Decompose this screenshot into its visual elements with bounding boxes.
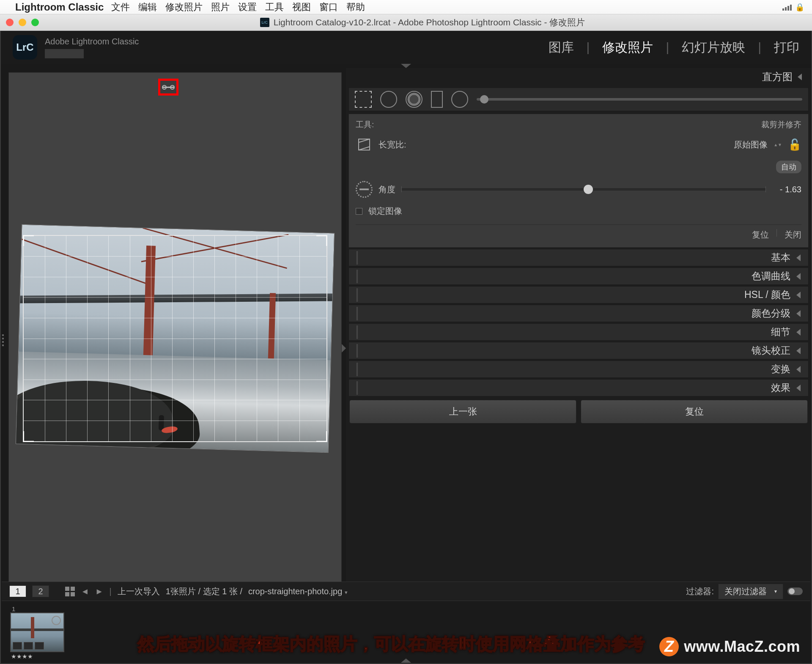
lock-icon: 🔒 <box>795 3 804 12</box>
collapse-top-panel-icon[interactable] <box>1 64 811 68</box>
photo-preview[interactable] <box>16 224 335 452</box>
tutorial-caption: 然后拖动以旋转框架内的照片，可以在旋转时使用网格叠加作为参考 <box>69 632 713 656</box>
canvas[interactable] <box>8 72 342 604</box>
filter-label: 过滤器: <box>686 586 714 597</box>
grid-view-icon[interactable] <box>65 587 75 596</box>
chevron-left-icon <box>796 347 801 354</box>
chevron-left-icon <box>796 310 801 317</box>
thumb-rating[interactable]: ★★★★ <box>10 652 65 661</box>
brush-tool-slider[interactable] <box>477 98 802 101</box>
window-titlebar: LrC Lightroom Catalog-v10-2.lrcat - Adob… <box>0 14 812 31</box>
panel-tone-curve[interactable]: 色调曲线 <box>348 268 809 285</box>
thumbnail[interactable]: 1 ★★★★ <box>10 605 65 661</box>
app-logo-icon: LrC <box>13 35 37 60</box>
straighten-tool-highlight[interactable] <box>158 79 178 96</box>
panel-hsl[interactable]: HSL / 颜色 <box>348 286 809 303</box>
chevron-left-icon <box>796 254 801 261</box>
aspect-dropdown[interactable]: 原始图像 <box>734 139 768 150</box>
module-picker: 图库 | 修改照片 | 幻灯片放映 | 打印 <box>549 39 799 56</box>
mac-menubar: Lightroom Classic 文件 编辑 修改照片 照片 设置 工具 视图… <box>0 0 812 14</box>
primary-display-button[interactable]: 1 <box>9 585 26 597</box>
develop-badge-icon <box>24 642 33 650</box>
collapse-left-panel-icon[interactable] <box>2 334 4 346</box>
brand-label: Adobe Lightroom Classic <box>45 37 139 58</box>
module-slideshow[interactable]: 幻灯片放映 <box>682 39 745 56</box>
redeye-tool-icon[interactable] <box>406 91 422 108</box>
app-name[interactable]: Lightroom Classic <box>15 1 104 13</box>
angle-slider[interactable] <box>401 188 766 191</box>
lock-icon[interactable]: 🔓 <box>788 138 801 151</box>
angle-value[interactable]: - 1.63 <box>772 185 801 194</box>
grad-filter-icon[interactable] <box>431 91 443 108</box>
cellular-icon <box>782 4 792 11</box>
prev-photo-button[interactable]: 上一张 <box>349 400 576 424</box>
spot-removal-icon[interactable] <box>380 91 397 108</box>
right-column: 直方图 工具: 裁剪并修齐 <box>342 68 811 628</box>
lock-image-checkbox[interactable] <box>356 208 362 215</box>
close-window-icon[interactable] <box>6 19 14 26</box>
panel-effects[interactable]: 效果 <box>348 379 809 396</box>
aspect-updown-icon[interactable]: ▲▼ <box>774 143 782 147</box>
module-library[interactable]: 图库 <box>549 39 574 56</box>
angle-slider-knob[interactable] <box>584 185 593 194</box>
filename-label[interactable]: crop-straighten-photo.jpg ▾ <box>248 587 348 596</box>
panel-histogram-header[interactable]: 直方图 <box>346 68 811 86</box>
menu-window[interactable]: 窗口 <box>319 1 338 14</box>
chevron-left-icon <box>796 329 801 336</box>
nav-next-icon[interactable]: ► <box>95 587 104 596</box>
collapse-filmstrip-icon[interactable] <box>401 659 411 663</box>
tool-section-label: 工具: <box>356 119 374 130</box>
thumb-badges <box>13 642 44 650</box>
menu-view[interactable]: 视图 <box>292 1 311 14</box>
identity-plate[interactable] <box>45 49 84 58</box>
module-develop[interactable]: 修改照片 <box>602 39 653 56</box>
crop-close-button[interactable]: 关闭 <box>785 229 801 240</box>
angle-icon[interactable] <box>356 181 373 198</box>
lock-image-label: 锁定图像 <box>368 205 402 217</box>
filter-switch[interactable] <box>787 587 803 595</box>
lr-header: LrC Adobe Lightroom Classic 图库 | 修改照片 | … <box>1 31 811 64</box>
filmstrip[interactable]: 1 ★★★★ 然后拖动以旋转框架内的照片，可以在旋转时使用网格叠加作为参考 Zw… <box>2 601 810 662</box>
collapse-right-panel-icon[interactable] <box>342 68 346 628</box>
menu-file[interactable]: 文件 <box>111 1 130 14</box>
left-column: 工具叠加: 总是 ▾ 完成 <box>1 68 342 628</box>
angle-label: 角度 <box>379 184 395 195</box>
watermark: Zwww.MacZ.com <box>659 637 800 656</box>
minimize-window-icon[interactable] <box>19 19 26 26</box>
watermark-icon: Z <box>659 637 679 656</box>
crop-reset-button[interactable]: 复位 <box>752 229 769 240</box>
thumb-image[interactable] <box>10 612 64 652</box>
count-label: 1张照片 / 选定 1 张 / <box>166 586 242 597</box>
menu-settings[interactable]: 设置 <box>238 1 257 14</box>
thumb-index: 1 <box>10 605 65 612</box>
menu-help[interactable]: 帮助 <box>346 1 365 14</box>
nav-prev-icon[interactable]: ◄ <box>81 587 89 596</box>
aspect-icon[interactable] <box>356 136 373 153</box>
filter-dropdown[interactable]: 关闭过滤器▾ <box>718 584 783 599</box>
lrc-badge-icon: LrC <box>260 18 269 27</box>
reset-all-button[interactable]: 复位 <box>581 400 808 424</box>
menu-photo[interactable]: 照片 <box>211 1 230 14</box>
quick-collection-icon[interactable] <box>52 616 61 625</box>
histogram-label: 直方图 <box>762 70 793 84</box>
menu-tools[interactable]: 工具 <box>265 1 284 14</box>
menu-develop[interactable]: 修改照片 <box>165 1 203 14</box>
panel-basic[interactable]: 基本 <box>348 249 809 266</box>
secondary-display-button[interactable]: 2 <box>32 585 49 597</box>
filmstrip-toolbar: 1 2 ◄ ► | 上一次导入 1张照片 / 选定 1 张 / crop-str… <box>2 582 810 601</box>
chevron-left-icon <box>796 292 801 298</box>
panel-lens[interactable]: 镜头校正 <box>348 342 809 359</box>
content-row: 工具叠加: 总是 ▾ 完成 直方图 <box>1 68 811 628</box>
chevron-left-icon <box>798 74 802 80</box>
panel-transform[interactable]: 变换 <box>348 361 809 378</box>
auto-angle-button[interactable]: 自动 <box>776 161 801 173</box>
radial-filter-icon[interactable] <box>451 91 468 108</box>
zoom-window-icon[interactable] <box>31 19 39 26</box>
menu-edit[interactable]: 编辑 <box>138 1 157 14</box>
source-label[interactable]: 上一次导入 <box>118 586 160 597</box>
panel-color-grading[interactable]: 颜色分级 <box>348 305 809 322</box>
panel-detail[interactable]: 细节 <box>348 323 809 341</box>
crop-tool-icon[interactable] <box>355 91 372 108</box>
module-print[interactable]: 打印 <box>774 39 799 56</box>
traffic-lights[interactable] <box>6 19 39 26</box>
